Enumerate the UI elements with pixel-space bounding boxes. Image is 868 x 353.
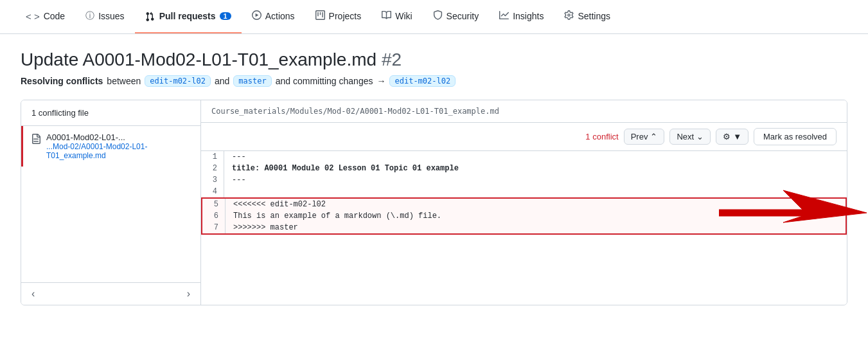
branch3-tag: edit-m02-l02 xyxy=(389,75,456,87)
scroll-right-arrow[interactable]: › xyxy=(183,287,194,301)
pr-number: #2 xyxy=(382,50,402,69)
nav-label-projects: Projects xyxy=(329,11,362,21)
file-path: ...Mod-02/A0001-Mod02-L01-T01_example.md xyxy=(46,142,193,160)
code-area: 1 --- 2 title: A0001 Module 02 Lesson 01… xyxy=(201,151,847,305)
line-num-4: 4 xyxy=(201,186,224,197)
branch1-tag: edit-m02-l02 xyxy=(145,75,211,87)
conflict-area: 1 conflicting file A0001-Mod02-L01-... .… xyxy=(21,100,847,305)
scroll-left-arrow[interactable]: ‹ xyxy=(28,287,39,301)
chevron-up-icon: ⌃ xyxy=(650,132,657,141)
line-content-3: --- xyxy=(224,174,847,186)
prev-button[interactable]: Prev ⌃ xyxy=(624,129,665,145)
right-panel: Course_materials/Modules/Mod-02/A0001-Mo… xyxy=(201,100,847,305)
line-num-6: 6 xyxy=(202,210,226,222)
main-content: Update A0001-Mod02-L01-T01_example.md #2… xyxy=(0,34,868,321)
next-label: Next xyxy=(677,132,694,141)
and-text: and xyxy=(215,76,229,86)
nav-item-security[interactable]: Security xyxy=(423,0,490,33)
code-line-1: 1 --- xyxy=(201,151,847,163)
file-info: A0001-Mod02-L01-... ...Mod-02/A0001-Mod0… xyxy=(46,132,193,160)
right-panel-toolbar: 1 conflict Prev ⌃ Next ⌄ ⚙ ▼ Mark as re xyxy=(201,123,847,151)
mark-resolved-button[interactable]: Mark as resolved xyxy=(754,128,837,145)
nav-item-insights[interactable]: Insights xyxy=(489,0,554,33)
nav-item-actions[interactable]: Actions xyxy=(242,0,305,33)
nav-item-issues[interactable]: ⓘ Issues xyxy=(75,0,134,33)
nav-label-actions: Actions xyxy=(265,11,295,21)
conflict-block: 5 <<<<<<< edit-m02-l02 6 This is an exam… xyxy=(201,197,847,235)
line-content-2: title: A0001 Module 02 Lesson 01 Topic 0… xyxy=(224,163,847,174)
between-text: between xyxy=(107,76,141,86)
insights-icon xyxy=(499,10,509,22)
pull-requests-icon xyxy=(145,10,155,21)
code-icon: < > xyxy=(26,11,40,22)
nav-item-projects[interactable]: Projects xyxy=(305,0,372,33)
line-content-4 xyxy=(224,186,847,197)
line-content-6: This is an example of a markdown (\.md) … xyxy=(226,210,846,222)
line-content-7: >>>>>>> master xyxy=(226,222,846,233)
code-line-4: 4 xyxy=(201,186,847,197)
gear-icon: ⚙ xyxy=(723,132,731,141)
file-item[interactable]: A0001-Mod02-L01-... ...Mod-02/A0001-Mod0… xyxy=(21,126,200,167)
left-panel-header: 1 conflicting file xyxy=(21,100,200,126)
file-list: A0001-Mod02-L01-... ...Mod-02/A0001-Mod0… xyxy=(21,126,200,282)
line-content-5: <<<<<<< edit-m02-l02 xyxy=(226,199,846,210)
nav-label-insights: Insights xyxy=(513,11,544,21)
nav-bar: < > Code ⓘ Issues Pull requests 1 Action… xyxy=(0,0,868,34)
line-num-1: 1 xyxy=(201,151,224,163)
pr-title: Update A0001-Mod02-L01-T01_example.md #2 xyxy=(21,50,847,70)
arrow-text: → xyxy=(376,76,385,86)
committing-text: and committing changes xyxy=(276,76,373,86)
issues-icon: ⓘ xyxy=(85,10,94,22)
nav-label-issues: Issues xyxy=(98,11,124,21)
nav-item-code[interactable]: < > Code xyxy=(15,1,75,33)
nav-item-settings[interactable]: Settings xyxy=(554,0,621,33)
resolving-text: Resolving conflicts xyxy=(21,76,103,86)
line-num-3: 3 xyxy=(201,174,224,186)
line-num-5: 5 xyxy=(202,199,226,210)
settings-icon xyxy=(564,10,574,22)
nav-label-security: Security xyxy=(447,11,479,21)
prev-label: Prev xyxy=(631,132,648,141)
line-content-1: --- xyxy=(224,151,847,163)
file-name: A0001-Mod02-L01-... xyxy=(46,132,193,142)
line-num-7: 7 xyxy=(202,222,226,233)
left-panel: 1 conflicting file A0001-Mod02-L01-... .… xyxy=(21,100,201,305)
code-line-6: 6 This is an example of a markdown (\.md… xyxy=(202,210,846,222)
file-path-bar: Course_materials/Modules/Mod-02/A0001-Mo… xyxy=(201,100,847,123)
nav-label-settings: Settings xyxy=(578,11,610,21)
code-line-3: 3 --- xyxy=(201,174,847,186)
file-icon xyxy=(31,134,41,147)
conflict-count: 1 conflict xyxy=(585,132,618,141)
gear-dropdown-arrow: ▼ xyxy=(733,132,741,141)
nav-label-pull-requests: Pull requests xyxy=(159,11,216,21)
scroll-arrows: ‹ › xyxy=(21,282,200,305)
nav-item-pull-requests[interactable]: Pull requests 1 xyxy=(135,0,242,33)
pr-subtitle: Resolving conflicts between edit-m02-l02… xyxy=(21,75,847,87)
security-icon xyxy=(433,10,443,22)
code-line-7: 7 >>>>>>> master xyxy=(202,222,846,233)
actions-icon xyxy=(252,10,261,22)
conflict-section: 1 conflicting file A0001-Mod02-L01-... .… xyxy=(21,100,847,305)
wiki-icon xyxy=(382,10,391,22)
nav-label-code: Code xyxy=(44,11,65,21)
next-button[interactable]: Next ⌄ xyxy=(669,129,711,145)
branch2-tag: master xyxy=(233,75,271,87)
code-line-2: 2 title: A0001 Module 02 Lesson 01 Topic… xyxy=(201,163,847,174)
line-num-2: 2 xyxy=(201,163,224,174)
chevron-down-icon: ⌄ xyxy=(696,132,704,141)
projects-icon xyxy=(315,10,325,22)
gear-button[interactable]: ⚙ ▼ xyxy=(716,129,748,145)
nav-item-wiki[interactable]: Wiki xyxy=(371,0,422,33)
nav-label-wiki: Wiki xyxy=(395,11,412,21)
code-line-5: 5 <<<<<<< edit-m02-l02 xyxy=(202,199,846,210)
pull-requests-badge: 1 xyxy=(220,12,231,20)
